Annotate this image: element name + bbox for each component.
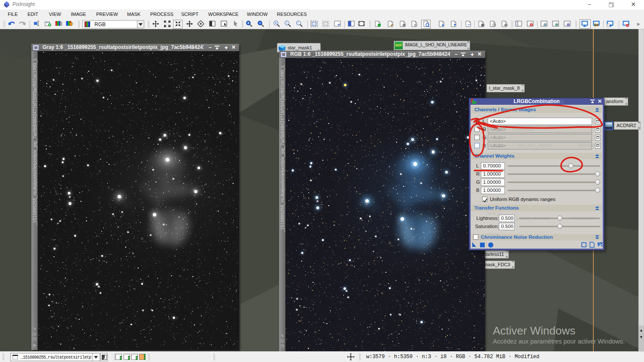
svg-text:24: 24 <box>594 23 598 27</box>
svg-text:f: f <box>298 21 298 24</box>
svg-text:1: 1 <box>286 21 288 24</box>
